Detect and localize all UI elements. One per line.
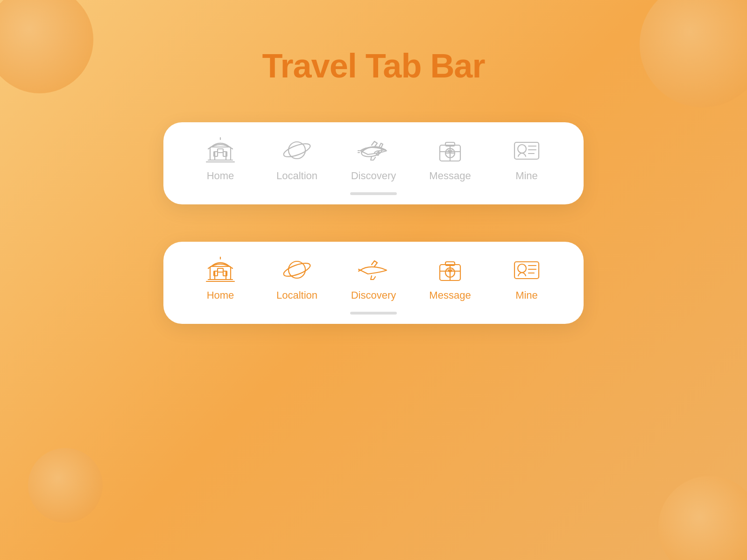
home-icon-active [204, 256, 237, 284]
tab-item-message-inactive[interactable]: Message [422, 136, 478, 182]
svg-point-36 [282, 260, 311, 279]
tab-item-home-active[interactable]: Home [192, 256, 248, 301]
tab-item-location-inactive[interactable]: Localtion [269, 136, 325, 182]
discovery-label-active: Discovery [351, 289, 396, 301]
scroll-indicator-active [350, 312, 397, 315]
tab-item-mine-active[interactable]: Mine [499, 256, 555, 301]
message-label-active: Message [429, 289, 471, 301]
location-icon [281, 136, 313, 164]
scroll-indicator-inactive [350, 192, 397, 195]
home-label-active: Home [207, 289, 234, 301]
tab-item-message-active[interactable]: Message [422, 256, 478, 301]
svg-point-45 [518, 264, 526, 273]
tab-bars-container: Home Localtion [163, 122, 584, 324]
location-label-active: Localtion [276, 289, 317, 301]
svg-point-21 [518, 145, 526, 153]
decorative-circle-top-right [640, 0, 747, 107]
page-title: Travel Tab Bar [262, 47, 485, 85]
discovery-icon-active [357, 256, 390, 284]
discovery-label-inactive: Discovery [351, 170, 396, 182]
message-icon-active [434, 256, 466, 284]
decorative-circle-bottom-right [658, 476, 747, 560]
tab-items-active: Home Localtion [182, 256, 565, 301]
decorative-circle-bottom-left [28, 448, 103, 523]
mine-icon [510, 136, 543, 164]
location-label-inactive: Localtion [276, 170, 317, 182]
mine-label-inactive: Mine [515, 170, 538, 182]
decorative-circle-top-left [0, 0, 93, 93]
svg-point-11 [282, 141, 311, 159]
discovery-icon [357, 136, 390, 164]
tab-item-mine-inactive[interactable]: Mine [499, 136, 555, 182]
mine-label-active: Mine [515, 289, 538, 301]
tab-item-location-active[interactable]: Localtion [269, 256, 325, 301]
svg-rect-5 [218, 149, 223, 153]
home-icon [204, 136, 237, 164]
tab-bar-inactive: Home Localtion [163, 122, 584, 204]
svg-rect-30 [218, 268, 223, 272]
tab-item-discovery-active[interactable]: Discovery [345, 256, 402, 301]
location-icon-active [281, 256, 313, 284]
tab-items-inactive: Home Localtion [182, 136, 565, 182]
home-label-inactive: Home [207, 170, 234, 182]
message-icon [434, 136, 466, 164]
message-label-inactive: Message [429, 170, 471, 182]
svg-line-38 [359, 270, 360, 271]
mine-icon-active [510, 256, 543, 284]
tab-bar-active: Home Localtion [163, 242, 584, 324]
tab-item-discovery-inactive[interactable]: Discovery [345, 136, 402, 182]
tab-item-home-inactive[interactable]: Home [192, 136, 248, 182]
